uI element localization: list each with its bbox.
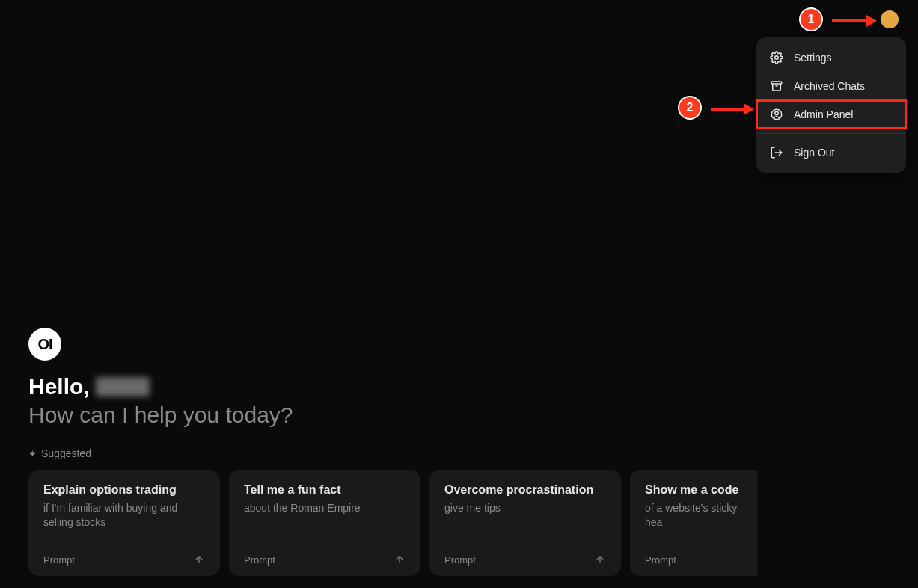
card-footer-label: Prompt (43, 554, 75, 566)
suggested-label: Suggested (41, 447, 91, 459)
svg-point-3 (775, 111, 779, 115)
main-content: OI Hello, How can I help you today? ✦ Su… (28, 328, 918, 576)
card-subtitle: if I'm familiar with buying and selling … (43, 501, 205, 530)
sign-out-icon (770, 146, 783, 159)
menu-item-label: Settings (794, 52, 832, 64)
menu-item-sign-out[interactable]: Sign Out (756, 138, 906, 167)
menu-item-label: Sign Out (794, 147, 834, 159)
menu-item-label: Admin Panel (794, 108, 853, 120)
menu-item-archived-chats[interactable]: Archived Chats (756, 72, 906, 100)
greeting: Hello, (28, 374, 918, 399)
card-subtitle: of a website's sticky hea (645, 501, 742, 530)
user-circle-icon (770, 108, 783, 121)
card-footer-label: Prompt (444, 554, 476, 566)
card-title: Tell me a fun fact (244, 483, 406, 497)
card-title: Explain options trading (43, 483, 205, 497)
card-title: Overcome procrastination (444, 483, 606, 497)
menu-item-admin-panel[interactable]: Admin Panel (756, 100, 906, 129)
subtitle: How can I help you today? (28, 402, 918, 428)
card-subtitle: give me tips (444, 501, 606, 515)
menu-divider (756, 133, 906, 134)
arrow-up-icon (594, 554, 606, 566)
card-footer-label: Prompt (645, 554, 676, 566)
menu-item-label: Archived Chats (794, 80, 865, 92)
callout-2: 2 (678, 96, 702, 120)
archive-icon (770, 79, 783, 93)
suggestion-cards-row: Explain options trading if I'm familiar … (28, 470, 918, 576)
user-dropdown-menu: Settings Archived Chats Admin Panel Sign… (756, 37, 906, 173)
suggestion-card[interactable]: Show me a code sn of a website's sticky … (630, 470, 757, 576)
arrow-1 (832, 15, 877, 27)
suggestion-card[interactable]: Tell me a fun fact about the Roman Empir… (229, 470, 420, 576)
card-title: Show me a code sn (645, 483, 742, 497)
bolt-icon: ✦ (28, 448, 37, 459)
arrow-up-icon (394, 554, 406, 566)
menu-item-settings[interactable]: Settings (756, 43, 906, 72)
user-avatar[interactable] (881, 10, 899, 28)
suggested-header: ✦ Suggested (28, 447, 918, 459)
gear-icon (770, 51, 783, 64)
app-logo: OI (28, 328, 61, 361)
greeting-name-redacted (96, 377, 150, 396)
suggestion-card[interactable]: Explain options trading if I'm familiar … (28, 470, 220, 576)
card-subtitle: about the Roman Empire (244, 501, 406, 515)
svg-point-0 (775, 56, 779, 60)
svg-rect-1 (771, 82, 782, 84)
arrow-up-icon (193, 554, 205, 566)
greeting-prefix: Hello, (28, 374, 90, 399)
suggestion-card[interactable]: Overcome procrastination give me tips Pr… (429, 470, 621, 576)
card-footer-label: Prompt (244, 554, 275, 566)
callout-1: 1 (799, 7, 823, 31)
arrow-2 (711, 103, 754, 115)
